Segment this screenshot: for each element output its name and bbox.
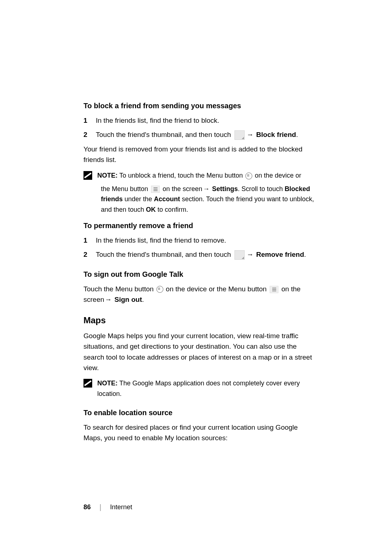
step-text: Touch the friend's thumbnail, and then t…: [96, 129, 316, 140]
step-number: 2: [83, 129, 90, 140]
paragraph: Touch the Menu button on the device or t…: [83, 284, 316, 305]
paragraph: Google Maps helps you find your current …: [83, 331, 316, 373]
text-fragment: The Google Maps application does not com…: [97, 380, 300, 397]
arrow-icon: →: [203, 185, 209, 193]
text-fragment: .: [296, 131, 298, 138]
heading-maps: Maps: [83, 315, 316, 325]
note-label: NOTE:: [97, 380, 118, 387]
page-footer: 86 | Internet: [83, 503, 132, 511]
menu-circle-icon: [245, 173, 252, 179]
paragraph: To search for desired places or find you…: [83, 422, 316, 443]
list-item: 2 Touch the friend's thumbnail, and then…: [83, 129, 316, 140]
paragraph: Your friend is removed from your friends…: [83, 144, 316, 165]
text-fragment: under the: [123, 195, 154, 203]
bold-text: OK: [146, 206, 156, 213]
text-fragment: on the device or: [253, 172, 301, 179]
footer-section-name: Internet: [110, 503, 132, 511]
note-label: NOTE:: [97, 172, 118, 179]
text-fragment: the Menu button: [101, 185, 150, 193]
menu-circle-icon: [156, 286, 163, 293]
text-fragment: on the device or the Menu button: [164, 285, 269, 293]
note-body: NOTE: The Google Maps application does n…: [97, 378, 316, 399]
text-fragment: Touch the friend's thumbnail, and then t…: [96, 131, 233, 138]
step-number: 1: [83, 235, 90, 246]
heading-sign-out: To sign out from Google Talk: [83, 270, 316, 279]
pencil-icon: [83, 171, 92, 180]
step-number: 2: [83, 249, 90, 260]
text-fragment: on the screen: [161, 185, 202, 193]
list-item: 2 Touch the friend's thumbnail, and then…: [83, 249, 316, 260]
text-fragment: to confirm.: [156, 206, 188, 213]
step-text: Touch the friend's thumbnail, and then t…: [96, 249, 316, 260]
arrow-icon: →: [105, 296, 112, 303]
arrow-icon: →: [247, 251, 254, 258]
text-fragment: .: [304, 251, 306, 258]
step-text: In the friends list, find the friend to …: [96, 115, 316, 126]
note-continuation: the Menu button on the screen→ Settings.…: [101, 184, 316, 215]
text-fragment: Touch the Menu button: [83, 285, 156, 293]
bold-text: Settings: [210, 185, 238, 193]
note-block: NOTE: The Google Maps application does n…: [83, 378, 316, 399]
bold-text: Sign out: [113, 296, 142, 303]
list-item: 1 In the friends list, find the friend t…: [83, 235, 316, 246]
heading-enable-location: To enable location source: [83, 409, 316, 417]
heading-block-friend: To block a friend from sending you messa…: [83, 102, 316, 110]
thumbnail-icon: [234, 250, 245, 260]
screen-menu-icon: [270, 286, 278, 293]
text-fragment: . Scroll to touch: [238, 185, 285, 193]
note-body: NOTE: To unblock a friend, touch the Men…: [97, 170, 316, 181]
pencil-icon: [83, 379, 92, 388]
text-fragment: .: [142, 296, 144, 303]
arrow-icon: →: [247, 131, 254, 138]
thumbnail-icon: [234, 130, 245, 140]
step-text: In the friends list, find the friend to …: [96, 235, 316, 246]
bold-text: Account: [154, 195, 180, 203]
text-fragment: Touch the friend's thumbnail, and then t…: [96, 251, 233, 258]
text-fragment: To unblock a friend, touch the Menu butt…: [118, 172, 245, 179]
screen-menu-icon: [151, 186, 160, 193]
step-number: 1: [83, 115, 90, 126]
bold-text: Block friend: [254, 131, 296, 138]
page-number: 86: [83, 503, 91, 511]
bold-text: Remove friend: [254, 251, 304, 258]
list-item: 1 In the friends list, find the friend t…: [83, 115, 316, 126]
page-content: To block a friend from sending you messa…: [0, 0, 392, 443]
footer-separator: |: [99, 503, 101, 511]
note-block: NOTE: To unblock a friend, touch the Men…: [83, 170, 316, 181]
heading-remove-friend: To permanently remove a friend: [83, 222, 316, 230]
